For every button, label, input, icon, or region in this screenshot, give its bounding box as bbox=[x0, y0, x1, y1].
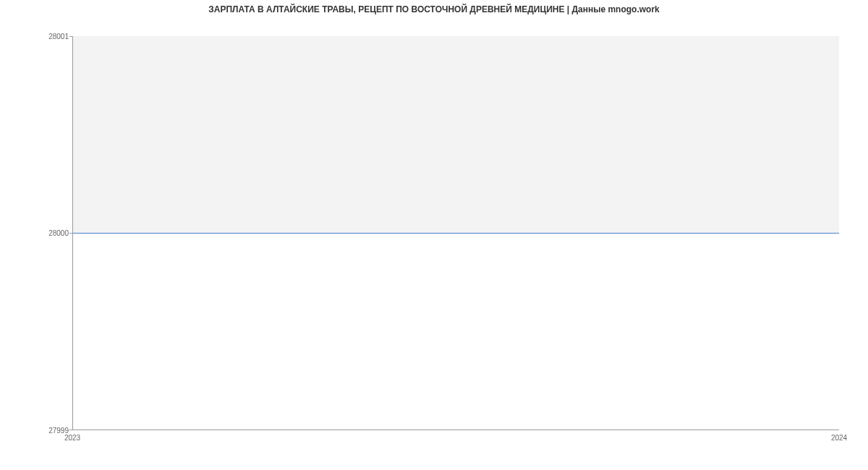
chart-title: ЗАРПЛАТА В АЛТАЙСКИЕ ТРАВЫ, РЕЦЕПТ ПО ВО… bbox=[0, 4, 868, 14]
chart-container: ЗАРПЛАТА В АЛТАЙСКИЕ ТРАВЫ, РЕЦЕПТ ПО ВО… bbox=[0, 0, 868, 470]
y-tick-top: 28001 bbox=[48, 33, 69, 40]
y-tick-mark bbox=[69, 430, 73, 430]
x-tick-right: 2024 bbox=[831, 434, 847, 442]
chart-fill bbox=[73, 36, 839, 233]
chart-line bbox=[73, 233, 839, 234]
x-tick-left: 2023 bbox=[64, 434, 80, 442]
y-tick-bottom: 27999 bbox=[48, 427, 69, 435]
plot-area bbox=[72, 36, 839, 430]
y-tick-mid: 28000 bbox=[48, 229, 69, 237]
